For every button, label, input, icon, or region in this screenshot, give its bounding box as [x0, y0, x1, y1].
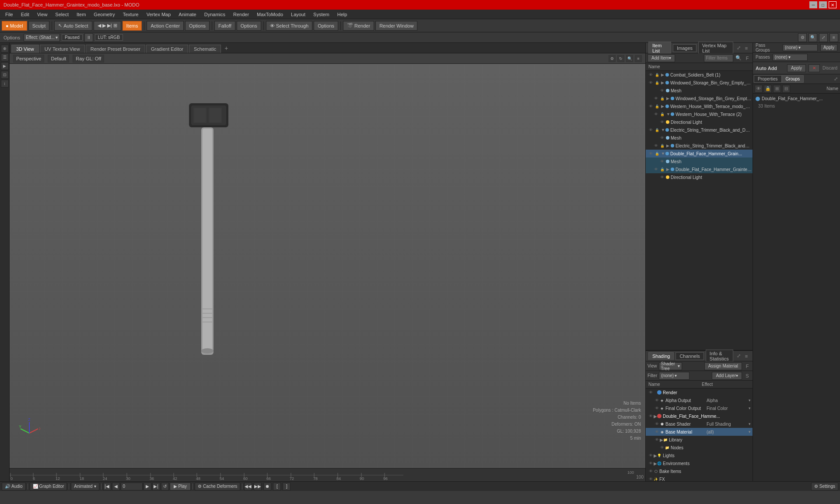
item-list-search-icon[interactable]: 🔍 — [735, 55, 742, 62]
apply-button[interactable]: Apply — [787, 64, 806, 72]
visibility-icon[interactable]: 👁 — [653, 143, 659, 149]
expand-arrow[interactable]: ▼ — [666, 112, 671, 116]
expand-arrow[interactable]: ▶ — [666, 144, 671, 148]
table-row[interactable]: 👁 🔒 ▶ Combat_Soldiers_Belt (1) — [646, 71, 752, 79]
effect-dropdown-icon[interactable]: ▾ — [749, 398, 751, 402]
table-row[interactable]: 👁 🔒 ▼ Electric_String_Trimmer_Black_and_… — [646, 126, 752, 134]
auto-select-button[interactable]: ↖ Auto Select — [54, 21, 92, 31]
item-list-more-icon[interactable]: ≡ — [743, 45, 750, 52]
items-button[interactable]: Items — [122, 21, 142, 31]
menu-view[interactable]: View — [34, 11, 51, 18]
falloff-button[interactable]: Falloff — [214, 21, 235, 31]
animated-dropdown[interactable]: Animated ▾ — [71, 483, 99, 490]
zoom-icon[interactable]: 🔍 — [808, 33, 817, 42]
visibility-icon[interactable]: 👁 — [653, 95, 659, 102]
item-list-body[interactable]: 👁 🔒 ▶ Combat_Soldiers_Belt (1) 👁 🔒 ▶ — [646, 71, 752, 350]
lock-icon[interactable]: 🔒 — [659, 95, 665, 102]
table-row[interactable]: 👁 Mesh — [646, 158, 752, 165]
shading-expand-icon[interactable]: ⤢ — [735, 353, 742, 360]
tab-gradient-editor[interactable]: Gradient Editor — [146, 45, 188, 53]
table-row[interactable]: 👁 🔒 ▶ Windowed_Storage_Bin_Grey_Empty ..… — [646, 94, 752, 102]
lock-icon[interactable]: 🔒 — [654, 127, 660, 133]
shading-more-icon[interactable]: ≡ — [743, 353, 750, 360]
icon-group-1[interactable]: ◀ ▶ ▶| ⊞ — [94, 21, 121, 31]
visibility-icon[interactable]: 👁 — [648, 72, 654, 78]
close-button[interactable]: ✕ — [829, 1, 836, 8]
default-dropdown[interactable]: Default — [48, 55, 69, 63]
perspective-dropdown[interactable]: Perspective — [13, 55, 44, 63]
shading-f-icon[interactable]: F — [744, 363, 751, 370]
shade-visibility-icon[interactable]: 👁 — [648, 476, 654, 481]
expand-arrow[interactable]: ▼ — [661, 151, 665, 156]
rec-btn[interactable]: ⏺ — [263, 483, 271, 490]
vp-search-icon[interactable]: 🔍 — [626, 55, 633, 62]
go-to-start-button[interactable]: |◀ — [103, 483, 111, 490]
visibility-icon[interactable]: 👁 — [659, 135, 665, 141]
lock-icon[interactable]: 🔒 — [654, 80, 660, 86]
strip-btn-2[interactable]: ☰ — [1, 53, 9, 61]
table-row[interactable]: 👁 Directional Light — [646, 173, 752, 181]
play-button[interactable]: ▶ Play — [170, 483, 191, 490]
table-row[interactable]: 👁 Mesh — [646, 87, 752, 94]
visibility-icon[interactable]: 👁 — [659, 174, 665, 180]
shade-row-material[interactable]: 👁 ▶ Double_Flat_Face_Hamme... — [646, 412, 752, 420]
strip-btn-5[interactable]: ↕ — [1, 80, 9, 88]
graph-editor-button[interactable]: 📈 Graph Editor — [30, 483, 67, 490]
shade-visibility-icon[interactable]: 👁 — [654, 429, 660, 435]
lock-icon[interactable]: 🔒 — [659, 111, 665, 117]
shade-visibility-icon[interactable]: 👁 — [648, 460, 654, 466]
table-row[interactable]: 👁 🔒 ▼ Double_Flat_Face_Hammer_Grain... — [646, 150, 752, 158]
sculpt-mode-button[interactable]: Sculpt — [28, 21, 50, 31]
groups-icon-2[interactable]: 🔒 — [764, 85, 772, 93]
mark-in-btn[interactable]: [ — [273, 483, 281, 490]
tab-properties[interactable]: Properties — [754, 75, 782, 83]
tab-uv-texture-view[interactable]: UV Texture View — [40, 45, 85, 53]
shading-body[interactable]: 👁 Render 👁 ◈ Alpha Output Alpha ▾ 👁 ◈ — [646, 388, 752, 481]
tab-info-statistics[interactable]: Info & Statistics — [706, 350, 733, 363]
tab-render-preset-browser[interactable]: Render Preset Browser — [86, 45, 145, 53]
shade-visibility-icon[interactable]: 👁 — [648, 468, 654, 474]
menu-layout[interactable]: Layout — [287, 11, 309, 18]
menu-help[interactable]: Help — [334, 11, 351, 18]
menu-animate[interactable]: Animate — [175, 11, 200, 18]
more-icon[interactable]: ≡ — [830, 33, 838, 42]
vp-settings-icon[interactable]: ⚙ — [609, 55, 616, 62]
shader-tree-dropdown[interactable]: Shader Tree ▾ — [659, 362, 682, 370]
shade-visibility-icon[interactable]: 👁 — [654, 437, 660, 443]
strip-btn-4[interactable]: ⊡ — [1, 71, 9, 79]
shade-visibility-icon[interactable]: 👁 — [654, 421, 660, 427]
expand-arrow[interactable]: ▶ — [661, 80, 665, 85]
table-row[interactable]: 👁 🔒 ▶ Windowed_Storage_Bin_Grey_Empty_O.… — [646, 79, 752, 87]
shade-row-alpha[interactable]: 👁 ◈ Alpha Output Alpha ▾ — [646, 396, 752, 404]
shade-row-environments[interactable]: 👁 ▶ 🌐 Environments — [646, 459, 752, 467]
shading-s-icon[interactable]: S — [744, 372, 751, 379]
vp-more-icon[interactable]: ≡ — [635, 55, 642, 62]
add-layer-button[interactable]: Add Layer ▾ — [712, 372, 742, 380]
list-item[interactable]: Double_Flat_Face_Hammer_... — [756, 95, 837, 102]
options-3-button[interactable]: Options — [314, 21, 338, 31]
pause-icon[interactable]: ⏸ — [84, 33, 93, 42]
add-item-button[interactable]: Add Item ▾ — [648, 54, 675, 62]
shade-row-base-shader[interactable]: 👁 ⬟ Base Shader Full Shading ▾ — [646, 420, 752, 428]
assign-material-button[interactable]: Assign Material — [704, 362, 742, 370]
shade-visibility-icon[interactable]: 👁 — [648, 452, 654, 458]
new-pass-group-button[interactable]: Apply — [820, 44, 837, 51]
tab-groups[interactable]: Groups — [782, 75, 804, 83]
item-list-expand-icon[interactable]: ⤢ — [735, 45, 742, 52]
pass-groups-dropdown[interactable]: (none) ▾ — [783, 44, 818, 51]
add-tab-button[interactable]: + — [222, 43, 231, 53]
expand-arrow[interactable]: ▶ — [654, 414, 657, 419]
shade-visibility-icon[interactable]: 👁 — [654, 405, 660, 411]
render-window-button[interactable]: Render Window — [375, 21, 417, 31]
groups-icon-4[interactable]: ⊟ — [782, 85, 790, 93]
vp-rotate-icon[interactable]: ↻ — [617, 55, 624, 62]
expand-arrow[interactable]: ▶ — [666, 167, 671, 172]
tab-item-list[interactable]: Item List — [648, 42, 671, 55]
shade-row-final-color[interactable]: 👁 ◈ Final Color Output Final Color ▾ — [646, 404, 752, 412]
audio-button[interactable]: 🔊 Audio — [2, 483, 26, 490]
visibility-icon[interactable]: 👁 — [648, 150, 654, 157]
expand-arrow[interactable]: ▶ — [661, 104, 665, 108]
options-2-button[interactable]: Options — [237, 21, 261, 31]
menu-edit[interactable]: Edit — [18, 11, 33, 18]
table-row[interactable]: 👁 🔒 ▶ Western_House_With_Terrace_modo_b.… — [646, 102, 752, 110]
